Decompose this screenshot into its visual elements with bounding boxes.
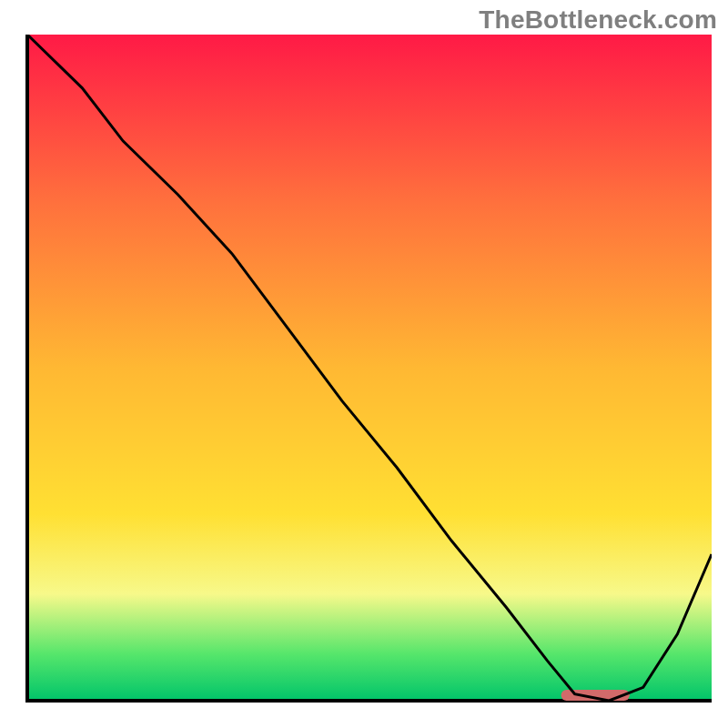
bottleneck-chart bbox=[0, 0, 728, 728]
chart-stage: TheBottleneck.com bbox=[0, 0, 728, 728]
gradient-background bbox=[27, 35, 712, 701]
